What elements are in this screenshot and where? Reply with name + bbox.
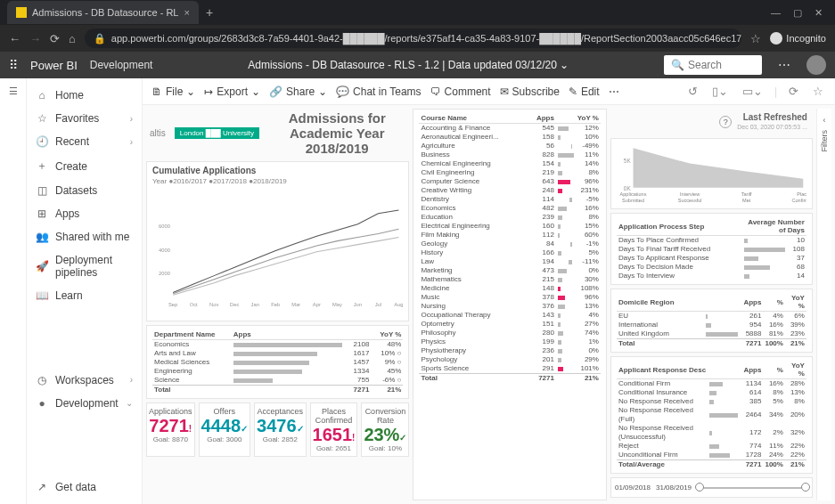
kpi-goal: Goal: 3000 <box>201 435 249 443</box>
forward-icon[interactable]: → <box>29 32 41 45</box>
tab-title: Admissions - DB Datasource - RL <box>32 7 178 18</box>
comment-button[interactable]: 🗨 Comment <box>430 85 491 98</box>
export-menu[interactable]: ↦ Export ⌄ <box>204 85 260 98</box>
more-options-icon[interactable]: ⋯ <box>774 58 794 72</box>
department-table: Department NameAppsYoY %Economics210848%… <box>152 329 403 394</box>
slider-handle-right[interactable] <box>801 483 810 492</box>
workspace-item-icon: ● <box>36 397 48 410</box>
nav-datasets[interactable]: ◫Datasets <box>27 179 142 202</box>
reset-icon[interactable]: ↺ <box>685 85 700 98</box>
edit-button[interactable]: ✎ Edit <box>569 85 600 98</box>
window-minimize-icon[interactable]: — <box>771 7 781 19</box>
department-table-card[interactable]: Department NameAppsYoY %Economics210848%… <box>146 325 409 399</box>
chevron-right-icon: › <box>130 137 133 147</box>
slider-handle-left[interactable] <box>695 483 704 492</box>
date-slider[interactable]: 01/09/2018 31/08/2019 <box>610 477 813 498</box>
powerbi-brand[interactable]: Power BI <box>30 59 78 72</box>
kpi-value: 1651! <box>313 425 356 444</box>
nav-home[interactable]: ⌂Home <box>27 84 142 107</box>
kpi-card[interactable]: Applications 7271! Goal: 8870 <box>146 402 195 457</box>
kpi-row: Applications 7271! Goal: 8870 Offers 444… <box>146 402 409 457</box>
app-launcher-icon[interactable]: ⠿ <box>9 58 18 72</box>
help-icon[interactable]: ? <box>719 116 732 128</box>
nav-apps[interactable]: ⊞Apps <box>27 202 142 225</box>
svg-text:2000: 2000 <box>159 271 170 276</box>
nav-getdata[interactable]: ↗Get data <box>27 476 142 499</box>
workspace-name[interactable]: Development <box>90 59 153 71</box>
svg-text:Interview: Interview <box>680 191 700 197</box>
incognito-icon <box>770 32 782 45</box>
refresh-icon[interactable]: ⟳ <box>786 85 801 98</box>
file-menu[interactable]: 🗎 File ⌄ <box>151 85 195 98</box>
response-card[interactable]: Applicant Response DescApps%YoY %Conditi… <box>610 356 813 474</box>
share-menu[interactable]: 🔗 Share ⌄ <box>269 85 327 98</box>
nav-development[interactable]: ●Development⌄ <box>27 392 142 415</box>
kpi-label: Acceptances <box>257 407 304 416</box>
reload-icon[interactable]: ⟳ <box>50 32 60 45</box>
domicile-card[interactable]: Domicile RegionApps%YoY %EU2614%6%Intern… <box>610 289 813 353</box>
window-close-icon[interactable]: ✕ <box>815 7 823 19</box>
svg-text:Apr: Apr <box>313 302 321 307</box>
slider-track <box>697 487 808 489</box>
nav-collapse-icon[interactable]: ☰ <box>0 78 27 504</box>
browser-tab[interactable]: Admissions - DB Datasource - RL × <box>7 1 199 24</box>
view-dropdown[interactable]: ▭⌄ <box>740 85 765 98</box>
powerbi-favicon <box>16 7 27 18</box>
nav-learn[interactable]: 📖Learn <box>27 284 142 307</box>
book-icon: 📖 <box>36 289 48 302</box>
svg-text:Sep: Sep <box>168 302 177 307</box>
funnel-chart-card[interactable]: 0K5KApplicationsSubmittedInterviewSucces… <box>610 138 813 209</box>
back-icon[interactable]: ← <box>9 32 20 45</box>
bookmark-star-icon[interactable]: ☆ <box>750 32 761 45</box>
tab-close-icon[interactable]: × <box>184 7 189 18</box>
nav-shared[interactable]: 👥Shared with me <box>27 225 142 248</box>
chevron-left-icon: ‹ <box>823 116 825 125</box>
kpi-value: 23%✓ <box>364 425 406 444</box>
apps-icon: ⊞ <box>36 207 48 220</box>
svg-text:Submitted: Submitted <box>622 198 644 203</box>
svg-text:Place: Place <box>797 191 806 197</box>
nav-recent[interactable]: 🕘Recent› <box>27 130 142 153</box>
nav-create[interactable]: ＋Create <box>27 153 142 179</box>
chat-teams-button[interactable]: 💬 Chat in Teams <box>336 85 421 98</box>
process-step-card[interactable]: Application Process StepAverage Number o… <box>610 213 813 285</box>
search-icon: 🔍 <box>671 59 684 71</box>
chart-legend: Year ●2016/2017 ●2017/2018 ●2018/2019 <box>152 177 403 185</box>
svg-text:Tariff: Tariff <box>741 191 752 197</box>
window-maximize-icon[interactable]: ▢ <box>793 7 802 19</box>
kpi-card[interactable]: Conversion Rate 23%✓ Goal: 10% <box>361 402 409 457</box>
svg-text:Feb: Feb <box>271 302 280 307</box>
browser-tab-strip: Admissions - DB Datasource - RL × + — ▢ … <box>0 0 835 25</box>
new-tab-button[interactable]: + <box>199 5 220 20</box>
address-bar[interactable]: 🔒 app.powerbi.com/groups/2683d3c8-7a59-4… <box>85 28 741 48</box>
action-bar: 🗎 File ⌄ ↦ Export ⌄ 🔗 Share ⌄ 💬 Chat in … <box>143 78 835 105</box>
course-table-card[interactable]: Course NameAppsYoY %Accounting & Finance… <box>413 109 607 500</box>
plus-icon: ＋ <box>36 159 48 174</box>
nav-pipelines[interactable]: 🚀Deployment pipelines <box>27 248 142 284</box>
kpi-card[interactable]: Acceptances 3476✓ Goal: 2852 <box>254 402 307 457</box>
search-input[interactable]: 🔍 Search <box>664 55 762 75</box>
incognito-indicator[interactable]: Incognito <box>770 32 826 45</box>
svg-text:Met: Met <box>742 198 751 203</box>
cumulative-chart-card[interactable]: Cumulative Applications Year ●2016/2017 … <box>146 161 409 321</box>
nav-favorites[interactable]: ☆Favorites› <box>27 107 142 130</box>
user-avatar[interactable] <box>806 55 826 75</box>
kpi-value: 3476✓ <box>257 416 304 435</box>
subscribe-button[interactable]: ✉ Subscribe <box>500 85 560 98</box>
overflow-menu[interactable]: ⋯ <box>609 85 619 98</box>
workspaces-icon: ◷ <box>36 374 48 386</box>
rocket-icon: 🚀 <box>36 260 48 272</box>
filters-pane-collapsed[interactable]: ‹ Filters <box>816 109 831 500</box>
kpi-card[interactable]: Offers 4448✓ Goal: 3000 <box>199 402 251 457</box>
bookmark-dropdown[interactable]: ▯⌄ <box>709 85 731 98</box>
kpi-goal: Goal: 2852 <box>257 435 304 443</box>
altis-logo: altis <box>150 128 166 138</box>
svg-text:6000: 6000 <box>159 224 170 229</box>
kpi-label: Places Confirmed <box>313 407 356 425</box>
kpi-card[interactable]: Places Confirmed 1651! Goal: 2651 <box>310 402 358 457</box>
home-icon[interactable]: ⌂ <box>69 32 76 45</box>
nav-workspaces[interactable]: ◷Workspaces› <box>27 369 142 392</box>
funnel-chart-svg: 0K5KApplicationsSubmittedInterviewSucces… <box>617 142 806 207</box>
favorite-toggle-icon[interactable]: ☆ <box>810 85 826 98</box>
report-breadcrumb[interactable]: Admissions - DB Datasource - RLS - 1.2 |… <box>165 59 651 71</box>
